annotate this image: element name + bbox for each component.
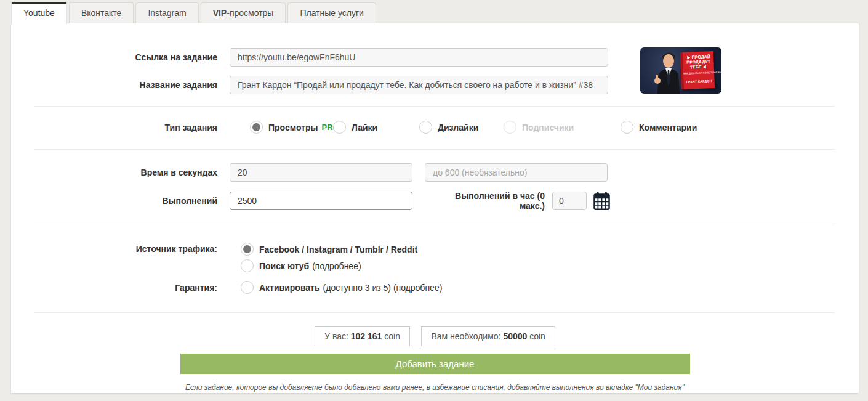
traffic-option-label: Facebook / Instagram / Tumblr / Reddit (259, 245, 417, 254)
title-input[interactable] (230, 76, 608, 94)
executions-input[interactable] (230, 192, 412, 210)
type-option-likes[interactable]: Лайки (333, 121, 419, 134)
traffic-option-youtube-search[interactable]: Поиск ютуб (подробнее) (241, 259, 417, 272)
book-title-line2: ПРОДАДУТ (686, 59, 710, 64)
tab-vkontakte[interactable]: Вконтакте (69, 2, 134, 23)
section-time-executions: Время в секундах Выполнений Выполнений в… (11, 150, 859, 225)
traffic-label: Источник трафика: (11, 243, 230, 254)
calendar-icon (593, 192, 610, 210)
radio-traffic-social[interactable] (241, 243, 254, 256)
needed-value: 50000 (503, 331, 527, 341)
guarantee-option-label: Активировать (259, 283, 320, 293)
book-title-line1: ПРОДАЙ (692, 54, 710, 59)
section-submit: У вас: 102 161 coin Вам необходимо: 5000… (11, 313, 859, 392)
type-option-subscribers: Подписчики (504, 121, 621, 134)
book-title-line3: ТЕБЕ (690, 65, 702, 70)
footer-note: Если задание, которое вы добавляете было… (11, 383, 859, 392)
type-option-label: Подписчики (522, 123, 574, 132)
video-thumbnail: ПРОДАЙ ПРОДАДУТ ТЕБЕ КАК ДОБИТЬСЯ СВОЕГО… (640, 47, 721, 94)
tab-vip-bold: VIP (213, 8, 227, 18)
type-option-label: Лайки (352, 123, 377, 132)
type-option-comments[interactable]: Комментарии (621, 121, 697, 134)
type-option-label: Комментарии (639, 123, 697, 132)
executions-label: Выполнений (11, 196, 230, 206)
traffic-option-social[interactable]: Facebook / Instagram / Tumblr / Reddit (241, 243, 417, 256)
link-input[interactable] (230, 48, 608, 67)
needed-prefix: Вам необходимо: (431, 331, 500, 341)
radio-dislikes[interactable] (419, 121, 432, 134)
radio-traffic-search[interactable] (241, 259, 254, 272)
time-seconds-input[interactable] (230, 163, 412, 182)
needed-unit: coin (529, 331, 545, 341)
guarantee-option-activate[interactable]: Активировать (доступно 3 из 5) (подробне… (230, 281, 442, 294)
balance-value: 102 161 (351, 331, 382, 341)
radio-comments[interactable] (621, 121, 633, 134)
type-option-label: Просмотры (268, 123, 318, 132)
type-option-label: Дизлайки (438, 123, 478, 132)
type-option-views[interactable]: Просмотры PRO (250, 121, 333, 134)
balance-unit: coin (384, 331, 400, 341)
balance-box: У вас: 102 161 coin (315, 326, 410, 346)
traffic-option-label: Поиск ютуб (259, 261, 309, 271)
book-subtitle: КАК ДОБИТЬСЯ СВОЕГО НА РАБОТЕ И В ЖИЗНИ (683, 71, 714, 76)
tab-youtube[interactable]: Youtube (11, 2, 67, 24)
type-option-dislikes[interactable]: Дизлайки (419, 121, 504, 134)
time-max-input[interactable] (425, 163, 608, 182)
radio-views[interactable] (250, 121, 263, 134)
per-hour-input[interactable] (552, 192, 587, 210)
time-label: Время в секундах (11, 168, 230, 177)
radio-likes[interactable] (333, 121, 346, 134)
radio-subscribers (504, 121, 516, 134)
section-link-title: Ссылка на задание Название задания ПРОДА… (11, 23, 859, 106)
tab-bar: Youtube Вконтакте Instagram VIP-просмотр… (0, 0, 868, 23)
tab-instagram[interactable]: Instagram (135, 2, 198, 23)
type-label: Тип задания (11, 123, 230, 132)
book-author: ГРАНТ КАРДОН (684, 78, 715, 84)
task-form-panel: Ссылка на задание Название задания ПРОДА… (11, 23, 859, 393)
balance-prefix: У вас: (324, 331, 348, 341)
per-hour-label: Выполнений в час (0 макс.) (440, 191, 545, 211)
section-task-type: Тип задания Просмотры PRO Лайки Дизлайки (11, 107, 859, 149)
tab-vip-rest: -просмотры (227, 8, 273, 18)
radio-guarantee[interactable] (241, 281, 254, 294)
arrow-left-icon (703, 65, 706, 69)
tab-paid-services[interactable]: Платные услуги (287, 2, 376, 23)
book-cover: ПРОДАЙ ПРОДАДУТ ТЕБЕ КАК ДОБИТЬСЯ СВОЕГО… (680, 51, 715, 89)
title-label: Название задания (11, 80, 230, 90)
link-label: Ссылка на задание (11, 52, 230, 62)
guarantee-label: Гарантия: (11, 283, 230, 293)
calendar-button[interactable] (593, 192, 611, 210)
add-task-button[interactable]: Добавить задание (180, 354, 690, 374)
guarantee-option-suffix: (доступно 3 из 5) (подробнее) (323, 283, 443, 293)
tab-vip-views[interactable]: VIP-просмотры (201, 2, 286, 23)
traffic-option-more-link: (подробнее) (312, 261, 361, 271)
section-traffic-guarantee: Источник трафика: Facebook / Instagram /… (11, 225, 859, 312)
needed-box: Вам необходимо: 50000 coin (421, 326, 555, 346)
arrow-right-icon (688, 56, 691, 60)
